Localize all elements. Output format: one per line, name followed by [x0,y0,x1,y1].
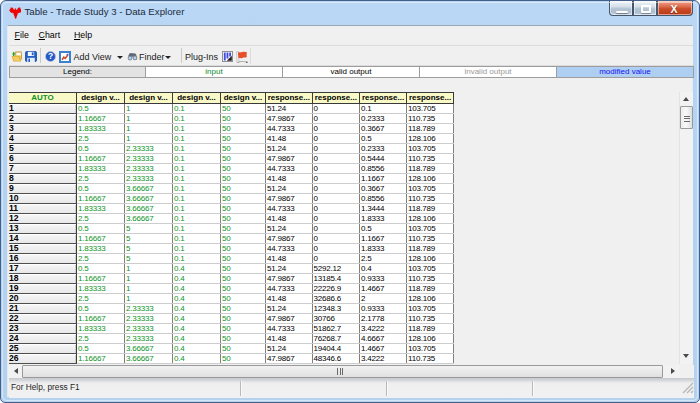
svg-text:?: ? [48,51,53,61]
